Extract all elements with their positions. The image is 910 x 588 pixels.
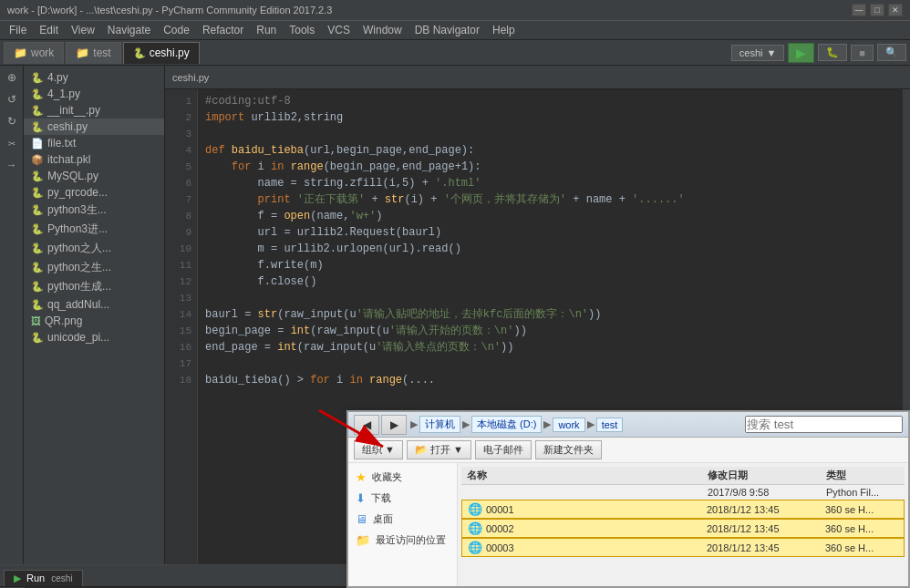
fe-sidebar-downloads[interactable]: ⬇ 下载 (352, 490, 453, 507)
file-python3jin[interactable]: 🐍 Python3进... (24, 220, 164, 239)
fe-back-btn[interactable]: ◀ (354, 415, 379, 435)
fe-path-work[interactable]: work (553, 418, 584, 432)
run-tab-label: Run (26, 573, 45, 583)
file-pyqrcode[interactable]: 🐍 py_qrcode... (24, 184, 164, 201)
fe-col-type[interactable]: 类型 (826, 469, 899, 482)
folder-icon: ⬇ (356, 491, 366, 505)
text-file-icon: 📄 (31, 138, 44, 150)
file-pythonzisheng[interactable]: 🐍 python之生... (24, 258, 164, 277)
toolbar-btn-5[interactable]: → (2, 155, 22, 175)
fe-file-icon: 🌐 (468, 521, 482, 535)
tab-work-label: work (31, 46, 54, 59)
file-qqaddnul[interactable]: 🐍 qq_addNul... (24, 296, 164, 313)
desktop-icon: 🖥 (356, 512, 367, 526)
png-file-icon: 🖼 (31, 315, 41, 326)
file-4py[interactable]: 🐍 4.py (24, 69, 164, 86)
fe-path-drive[interactable]: 本地磁盘 (D:) (471, 416, 542, 433)
close-button[interactable]: ✕ (888, 4, 903, 16)
toolbar-btn-3[interactable]: ↻ (2, 111, 22, 131)
stop-button[interactable]: ■ (851, 45, 874, 61)
file-initpy[interactable]: 🐍 __init__.py (24, 102, 164, 119)
play-icon: ▶ (796, 46, 806, 60)
run-tab-name: ceshi (51, 573, 72, 583)
menu-tools[interactable]: Tools (284, 22, 320, 38)
search-button[interactable]: 🔍 (877, 44, 906, 61)
run-button[interactable]: ▶ (788, 43, 814, 63)
fe-file-icon: 🌐 (468, 502, 482, 516)
fe-titlebar: ◀ ▶ ▶ 计算机 ▶ 本地磁盘 (D:) ▶ work ▶ test (348, 412, 908, 438)
breadcrumb: ceshi.py (172, 72, 209, 83)
file-filetxt[interactable]: 📄 file.txt (24, 135, 164, 151)
fe-files-header: 名称 修改日期 类型 (461, 467, 905, 485)
tabbar: 📁 work 📁 test 🐍 ceshi.py ceshi ▼ ▶ 🐛 ■ 🔍 (0, 40, 910, 66)
fe-organize-btn[interactable]: 组织 ▼ (354, 440, 403, 459)
file-mysqlpy[interactable]: 🐍 MySQL.py (24, 168, 164, 184)
run-tab[interactable]: ▶ Run ceshi (4, 570, 83, 586)
fe-path: ▶ 计算机 ▶ 本地磁盘 (D:) ▶ work ▶ test (410, 416, 741, 433)
python-file-icon: 🐍 (31, 281, 44, 293)
open-icon: 📂 (415, 444, 428, 456)
dropdown-icon: ▼ (766, 47, 776, 58)
file-unicodepi[interactable]: 🐍 unicode_pi... (24, 329, 164, 346)
tab-test-label: test (93, 46, 110, 59)
editor-header: ceshi.py (165, 66, 910, 89)
search-icon: 🔍 (885, 46, 898, 58)
fe-open-btn[interactable]: 📂 打开 ▼ (407, 440, 471, 459)
menu-view[interactable]: View (66, 22, 100, 38)
file-python3sheng[interactable]: 🐍 python3生... (24, 201, 164, 220)
python-file-icon: 🐍 (31, 121, 44, 133)
run-config-selector[interactable]: ceshi ▼ (731, 45, 785, 61)
file-itchatpkl[interactable]: 📦 itchat.pkl (24, 151, 164, 168)
star-icon: ★ (356, 470, 367, 484)
python-file-icon: 🐍 (31, 170, 44, 182)
fe-files: 名称 修改日期 类型 2017/9/8 9:58 Python Fil... 🌐… (458, 463, 908, 586)
python-file-icon: 🐍 (31, 88, 44, 100)
fe-file-icon: 🌐 (468, 541, 482, 554)
tab-work[interactable]: 📁 work (4, 42, 64, 64)
fe-sidebar-desktop[interactable]: 🖥 桌面 (352, 511, 453, 528)
fe-file-row-00001[interactable]: 🌐 00001 2018/1/12 13:45 360 se H... (461, 500, 905, 519)
fe-search-input[interactable] (745, 416, 903, 433)
debug-icon: 🐛 (826, 46, 839, 58)
fe-col-name[interactable]: 名称 (467, 469, 708, 482)
run-config-name: ceshi (739, 47, 763, 58)
menu-vcs[interactable]: VCS (322, 22, 356, 38)
menu-file[interactable]: File (4, 22, 32, 38)
fe-file-row-00002[interactable]: 🌐 00002 2018/1/12 13:45 360 se H... (461, 519, 905, 538)
menu-run[interactable]: Run (251, 22, 282, 38)
fe-sidebar-favorites[interactable]: ★ 收藏夹 (352, 469, 453, 486)
fe-path-test[interactable]: test (596, 418, 624, 432)
fe-sidebar-recent[interactable]: 📁 最近访问的位置 (352, 531, 453, 549)
file-ceshipy[interactable]: 🐍 ceshi.py (24, 119, 164, 135)
menu-navigate[interactable]: Navigate (102, 22, 156, 38)
toolbar-btn-2[interactable]: ↺ (2, 89, 22, 109)
fe-col-modified[interactable]: 修改日期 (708, 469, 826, 482)
maximize-button[interactable]: □ (870, 4, 884, 16)
fe-path-computer[interactable]: 计算机 (419, 416, 460, 433)
menu-window[interactable]: Window (357, 22, 408, 38)
python-file-icon: 🐍 (31, 299, 44, 311)
menu-edit[interactable]: Edit (34, 22, 64, 38)
menu-refactor[interactable]: Refactor (197, 22, 249, 38)
file-pythonsheng[interactable]: 🐍 python生成... (24, 277, 164, 296)
fe-nav: ◀ ▶ (354, 415, 407, 435)
menu-code[interactable]: Code (158, 22, 195, 38)
fe-file-row-00003[interactable]: 🌐 00003 2018/1/12 13:45 360 se H... (461, 538, 905, 557)
toolbar-btn-4[interactable]: ✂ (2, 133, 22, 153)
file-qrpng[interactable]: 🖼 QR.png (24, 313, 164, 329)
menu-dbnavigator[interactable]: DB Navigator (409, 22, 485, 38)
debug-button[interactable]: 🐛 (818, 44, 847, 61)
file-tree: 🐍 4.py 🐍 4_1.py 🐍 __init__.py 🐍 ceshi.py… (24, 66, 165, 564)
fe-new-folder-btn[interactable]: 新建文件夹 (535, 440, 602, 459)
file-41py[interactable]: 🐍 4_1.py (24, 86, 164, 102)
fe-email-btn[interactable]: 电子邮件 (475, 440, 532, 459)
file-explorer: ◀ ▶ ▶ 计算机 ▶ 本地磁盘 (D:) ▶ work ▶ test 组织 ▼… (346, 410, 910, 588)
tab-ceshi[interactable]: 🐍 ceshi.py (123, 42, 200, 64)
tab-test[interactable]: 📁 test (66, 42, 120, 64)
fe-forward-btn[interactable]: ▶ (381, 415, 407, 435)
minimize-button[interactable]: — (852, 4, 866, 16)
toolbar-btn-1[interactable]: ⊕ (2, 67, 22, 88)
menubar: File Edit View Navigate Code Refactor Ru… (0, 20, 910, 40)
menu-help[interactable]: Help (487, 22, 521, 38)
file-pythonziren[interactable]: 🐍 python之人... (24, 239, 164, 258)
